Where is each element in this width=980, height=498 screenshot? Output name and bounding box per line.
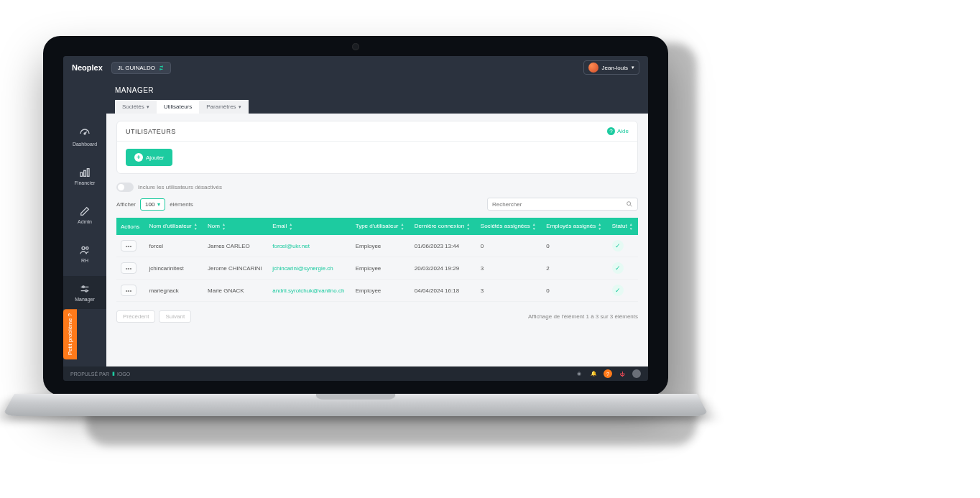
laptop-frame: Neoplex JL GUINALDO Jean-louis ▾ MANAGER… — [43, 36, 668, 395]
svg-point-4 — [82, 246, 85, 249]
toggle-label: Inclure les utilisateurs désactivés — [138, 184, 222, 190]
main-content: UTILISATEURS ? Aide + Ajouter — [106, 114, 648, 366]
col-last[interactable]: Dernière connexion — [410, 218, 476, 235]
sidebar-item-dashboard[interactable]: Dashboard — [63, 121, 106, 154]
prev-button[interactable]: Précédent — [116, 310, 155, 323]
row-actions-button[interactable]: ••• — [121, 285, 137, 296]
power-icon[interactable]: ⏻ — [618, 369, 627, 378]
pagination-info: Affichage de l'élément 1 à 3 sur 3 éléme… — [528, 313, 638, 320]
vendor: IOGO — [117, 372, 130, 377]
org-name: JL GUINALDO — [118, 65, 155, 71]
sort-icon — [629, 222, 633, 231]
svg-point-0 — [84, 133, 85, 134]
cell-email[interactable]: forcel@ukr.net — [268, 235, 351, 257]
sidebar-item-rh[interactable]: RH — [63, 237, 106, 270]
cell-username: forcel — [144, 235, 203, 257]
tab-parametres[interactable]: Paramètres ▾ — [199, 100, 248, 114]
avatar — [588, 63, 598, 73]
users-table: Actions Nom d'utilisateur Nom Email Type… — [116, 218, 638, 302]
sliders-icon — [79, 283, 91, 295]
sort-icon — [466, 222, 470, 231]
status-badge: ✓ — [612, 285, 624, 296]
cell-soc: 0 — [476, 235, 542, 257]
search-input[interactable] — [492, 201, 621, 208]
sort-icon — [289, 222, 292, 231]
table-row: •••mariegnackMarie GNACKandrii.syrotchuk… — [116, 280, 638, 302]
col-soc[interactable]: Sociétés assignées — [476, 218, 542, 235]
help-link[interactable]: ? Aide — [607, 127, 629, 135]
next-button[interactable]: Suivant — [159, 310, 191, 323]
sidebar-item-label: Financier — [75, 180, 96, 185]
sidebar-item-manager[interactable]: Manager — [63, 276, 106, 309]
edit-icon — [79, 206, 91, 217]
panel-title: UTILISATEURS — [126, 128, 176, 135]
table-row: •••forcelJames CARLEOforcel@ukr.netEmplo… — [116, 235, 638, 257]
table-row: •••jchincarinitestJerome CHINCARINIjchin… — [116, 257, 638, 280]
plus-icon: + — [134, 153, 143, 162]
cell-name: Jerome CHINCARINI — [203, 257, 268, 280]
col-status[interactable]: Statut — [608, 218, 638, 235]
topbar: Neoplex JL GUINALDO Jean-louis ▾ — [63, 56, 648, 79]
search-box[interactable] — [487, 198, 638, 211]
sort-icon — [401, 222, 405, 231]
row-actions-button[interactable]: ••• — [121, 262, 137, 274]
svg-point-7 — [85, 290, 88, 292]
include-disabled-row: Inclure les utilisateurs désactivés — [116, 183, 638, 192]
cell-email[interactable]: jchincarini@synergie.ch — [268, 257, 351, 280]
cell-emp: 0 — [542, 235, 608, 257]
sort-icon — [222, 222, 226, 231]
sidebar-item-label: Admin — [78, 219, 92, 224]
feedback-tab[interactable]: Petit problème ? — [63, 309, 77, 359]
tab-utilisateurs[interactable]: Utilisateurs — [157, 100, 200, 114]
show-suffix: éléments — [170, 201, 193, 208]
cell-soc: 3 — [476, 280, 542, 302]
col-emp[interactable]: Employés assignés — [542, 218, 608, 235]
chevron-down-icon: ▾ — [632, 65, 634, 70]
row-actions-button[interactable]: ••• — [121, 240, 137, 252]
user-menu[interactable]: Jean-louis ▾ — [583, 60, 639, 75]
col-username[interactable]: Nom d'utilisateur — [144, 218, 203, 235]
brand: Neoplex — [72, 63, 103, 72]
show-prefix: Afficher — [116, 201, 136, 208]
tab-societes[interactable]: Sociétés ▾ — [115, 100, 157, 114]
cell-type: Employee — [351, 235, 410, 257]
search-icon — [626, 200, 633, 208]
laptop-base — [2, 394, 709, 416]
sort-icon — [532, 222, 536, 231]
add-user-button[interactable]: + Ajouter — [126, 149, 172, 166]
svg-point-8 — [627, 202, 631, 206]
speedometer-icon — [79, 128, 91, 139]
page-size-select[interactable]: 100 ▾ — [140, 198, 165, 211]
sidebar-item-label: Dashboard — [73, 142, 97, 147]
include-disabled-toggle[interactable] — [116, 183, 134, 192]
tab-bar: Sociétés ▾ Utilisateurs Paramètres ▾ — [106, 100, 648, 114]
cell-emp: 0 — [542, 280, 608, 302]
sidebar-item-label: Manager — [75, 297, 95, 302]
cell-email[interactable]: andrii.syrotchuk@vanilnо.ch — [268, 280, 351, 302]
cell-name: Marie GNACK — [203, 280, 268, 302]
cell-type: Employee — [351, 280, 410, 302]
svg-point-5 — [86, 247, 88, 249]
col-name[interactable]: Nom — [203, 218, 268, 235]
swap-icon — [158, 65, 165, 71]
sidebar-item-admin[interactable]: Admin — [63, 198, 106, 231]
status-badge: ✓ — [612, 240, 624, 252]
table-controls: Afficher 100 ▾ éléments — [116, 198, 638, 211]
camera-dot — [352, 43, 359, 50]
bell-icon[interactable]: 🔔 — [589, 369, 598, 378]
org-switcher[interactable]: JL GUINALDO — [111, 62, 171, 74]
cell-last: 04/04/2024 16:18 — [410, 280, 476, 302]
avatar[interactable] — [632, 369, 641, 378]
dashboard-footer-icon[interactable]: ◉ — [575, 369, 583, 378]
cell-username: mariegnack — [144, 280, 203, 302]
users-icon — [79, 244, 91, 256]
section-header: MANAGER Sociétés ▾ Utilisateurs Paramètr… — [63, 79, 648, 114]
sort-icon — [598, 222, 601, 231]
help-icon[interactable]: ? — [604, 369, 612, 378]
cell-last: 20/03/2024 19:29 — [410, 257, 476, 280]
col-type[interactable]: Type d'utilisateur — [351, 218, 410, 235]
chart-icon — [79, 167, 91, 178]
users-panel: UTILISATEURS ? Aide + Ajouter — [116, 121, 638, 174]
col-email[interactable]: Email — [268, 218, 351, 235]
sidebar-item-financier[interactable]: Financier — [63, 160, 106, 193]
